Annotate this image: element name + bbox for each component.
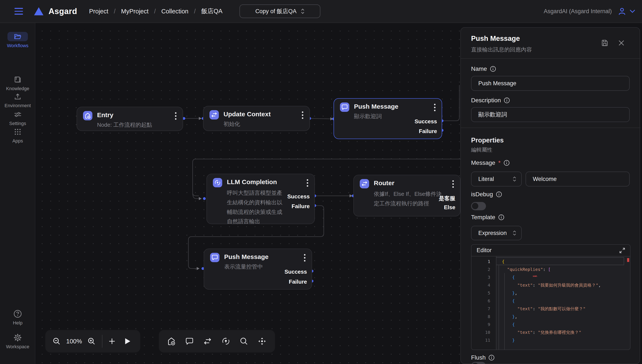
node-menu-icon[interactable] bbox=[307, 179, 308, 188]
sidebar-item-workflows[interactable]: Workflows bbox=[0, 32, 35, 48]
user-chevron-down-icon[interactable] bbox=[630, 10, 635, 13]
asgard-logo-icon bbox=[34, 7, 43, 15]
line-number: 2 bbox=[472, 266, 490, 274]
panel-title: Push Message bbox=[471, 34, 520, 42]
breadcrumb: Project/ MyProject/ Collection/ 飯店QA bbox=[89, 7, 223, 16]
line-number: 4 bbox=[472, 281, 490, 289]
node-menu-icon[interactable] bbox=[175, 112, 177, 121]
node-subtitle: 初始化 bbox=[224, 120, 240, 128]
node-menu-icon[interactable] bbox=[302, 112, 304, 120]
port-label-iskefu: 是客服 bbox=[439, 195, 455, 202]
name-input[interactable]: Push Message bbox=[471, 76, 630, 91]
sidebar-item-help[interactable]: Help bbox=[0, 309, 35, 326]
push-message-icon bbox=[212, 255, 218, 260]
line-number: 3 bbox=[472, 274, 490, 281]
code-line: { bbox=[497, 258, 505, 266]
palette-llm-icon[interactable] bbox=[222, 337, 230, 345]
sidebar-item-workspace[interactable]: Workspace bbox=[0, 333, 35, 350]
palette-entry-icon[interactable] bbox=[167, 337, 175, 345]
node-menu-icon[interactable] bbox=[434, 104, 436, 113]
user-icon[interactable] bbox=[618, 7, 626, 16]
node-title: Update Context bbox=[224, 110, 271, 118]
port-label-success: Success bbox=[284, 268, 307, 275]
isdebug-toggle[interactable] bbox=[471, 202, 486, 210]
line-number: 9 bbox=[472, 321, 490, 328]
code-line: { bbox=[497, 274, 515, 281]
push-message-icon bbox=[342, 104, 348, 110]
breadcrumb-project[interactable]: Project bbox=[89, 8, 108, 15]
node-entry[interactable]: Entry Node: 工作流程的起點 bbox=[77, 107, 183, 131]
line-number: 6 bbox=[472, 297, 490, 305]
breadcrumb-workflow[interactable]: 飯店QA bbox=[201, 7, 223, 16]
palette-search-icon[interactable] bbox=[240, 338, 248, 345]
top-bar: Asgard Project/ MyProject/ Collection/ 飯… bbox=[0, 0, 642, 23]
zoom-in-icon[interactable] bbox=[88, 338, 95, 345]
node-subtitle: 呼叫大型語言模型並產生結構化的資料輸出以輔助流程的決策或生成自然語言輸出 bbox=[227, 188, 284, 226]
select-updown-icon bbox=[301, 8, 305, 14]
node-menu-icon[interactable] bbox=[304, 254, 306, 263]
palette-router-icon[interactable] bbox=[203, 338, 211, 345]
palette-message-icon[interactable] bbox=[186, 338, 193, 345]
select-updown-icon bbox=[513, 230, 516, 236]
port-label-failure: Failure bbox=[419, 128, 437, 134]
node-llm-completion[interactable]: LLM Completion 呼叫大型語言模型並產生結構化的資料輸出以輔助流程的… bbox=[206, 174, 315, 224]
llm-icon bbox=[215, 180, 221, 186]
flush-toggle[interactable] bbox=[471, 362, 486, 364]
node-push-message-bottom[interactable]: Push Message 表示流量控管中 Success Failure bbox=[204, 248, 312, 290]
port-label-success: Success bbox=[287, 193, 310, 200]
folder-icon bbox=[14, 34, 21, 39]
sidebar-item-settings[interactable]: Settings bbox=[0, 110, 35, 126]
account-label: AsgardAI (Asgard Internal) bbox=[544, 8, 612, 15]
properties-title: Properties bbox=[471, 136, 504, 144]
sidebar-item-apps[interactable]: Apps bbox=[0, 127, 35, 144]
line-number: 5 bbox=[472, 289, 490, 297]
node-title: Push Message bbox=[354, 103, 398, 110]
workflow-version-select[interactable]: Copy of 飯店QA bbox=[240, 4, 320, 18]
sidebar-item-environment[interactable]: Environment bbox=[0, 92, 35, 108]
node-palette-toolbar bbox=[159, 330, 275, 352]
node-config-panel: Push Message 直接輸出訊息的回應內容 Name Push Messa… bbox=[461, 27, 640, 364]
zoom-out-icon[interactable] bbox=[53, 338, 60, 345]
gear-icon bbox=[14, 334, 22, 342]
expand-icon[interactable] bbox=[619, 248, 625, 253]
node-router[interactable]: Router 依據If、Else If、Else條件決定工作流程執行的路徑 是客… bbox=[353, 175, 461, 216]
message-type-select[interactable]: Literal bbox=[471, 172, 522, 186]
node-subtitle: 表示流量控管中 bbox=[224, 263, 263, 270]
run-icon[interactable] bbox=[125, 338, 131, 345]
add-icon[interactable] bbox=[109, 338, 115, 344]
info-icon bbox=[496, 191, 502, 197]
update-context-icon bbox=[211, 112, 217, 117]
node-subtitle: 顯示歡迎詞 bbox=[354, 113, 382, 120]
panel-subtitle: 直接輸出訊息的回應內容 bbox=[471, 46, 532, 53]
node-update-context[interactable]: Update Context 初始化 bbox=[203, 106, 310, 131]
node-title: LLM Completion bbox=[227, 178, 277, 186]
template-select[interactable]: Expression bbox=[471, 226, 522, 240]
code-line: }, bbox=[497, 289, 517, 297]
flush-label: Flush bbox=[471, 354, 495, 361]
line-number: 7 bbox=[472, 305, 490, 313]
code-line: "text": "我的點數可以做什麼？" bbox=[497, 305, 586, 313]
entry-icon bbox=[85, 113, 91, 119]
message-label: Message* bbox=[471, 160, 510, 166]
code-line: }, bbox=[497, 313, 517, 321]
left-sidebar: Workflows Knowledge Environment Settings… bbox=[0, 23, 35, 364]
breadcrumb-collection[interactable]: Collection bbox=[161, 8, 188, 15]
close-icon[interactable] bbox=[618, 40, 624, 46]
apps-grid-icon bbox=[15, 129, 21, 135]
node-push-message-top[interactable]: Push Message 顯示歡迎詞 Success Failure bbox=[334, 98, 442, 139]
sidebar-item-knowledge[interactable]: Knowledge bbox=[0, 75, 35, 92]
save-icon[interactable] bbox=[601, 40, 608, 46]
menu-icon[interactable] bbox=[15, 8, 23, 15]
line-number: 1 bbox=[472, 258, 490, 266]
breadcrumb-myproject[interactable]: MyProject bbox=[121, 8, 149, 15]
message-value-input[interactable]: Welcome bbox=[526, 172, 630, 186]
editor-body[interactable]: 1234567891011 { "quickReplies": [ { "tex… bbox=[472, 256, 630, 350]
info-icon bbox=[490, 66, 496, 72]
node-subtitle: 依據If、Else If、Else條件決定工作流程執行的路徑 bbox=[374, 189, 442, 208]
port-label-failure: Failure bbox=[292, 203, 310, 210]
palette-fit-view-icon[interactable] bbox=[258, 337, 266, 345]
description-input[interactable]: 顯示歡迎詞 bbox=[471, 107, 630, 122]
code-line: "text": "我要如何升級我的會員資格？", bbox=[497, 281, 601, 289]
node-menu-icon[interactable] bbox=[452, 180, 454, 189]
template-label: Template bbox=[471, 214, 504, 221]
